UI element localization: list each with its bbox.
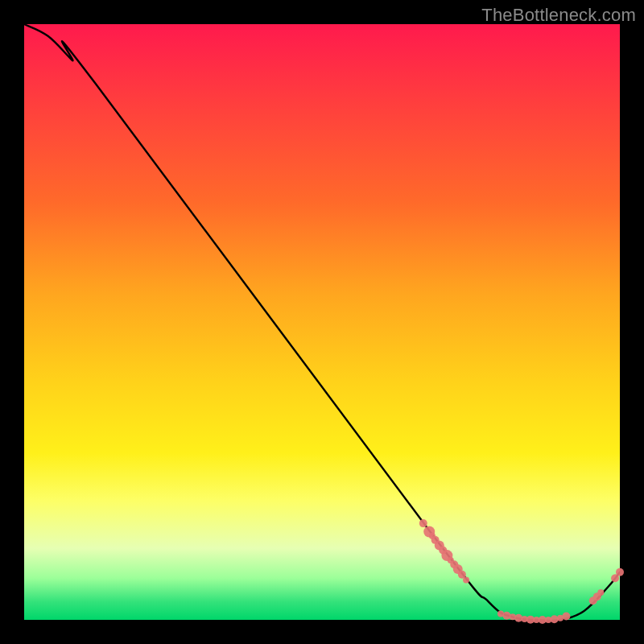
- marker-point: [419, 519, 427, 527]
- marker-point: [514, 614, 522, 622]
- marker-point: [597, 589, 604, 596]
- marker-point: [502, 612, 510, 620]
- marker-point: [551, 615, 559, 623]
- bottleneck-curve: [24, 24, 620, 621]
- curve-markers: [419, 519, 624, 624]
- marker-point: [562, 613, 570, 621]
- chart-stage: TheBottleneck.com: [0, 0, 644, 644]
- marker-point: [463, 576, 469, 583]
- marker-point: [616, 568, 624, 576]
- plot-area: [24, 24, 620, 620]
- watermark-text: TheBottleneck.com: [481, 5, 636, 26]
- curve-svg: [24, 24, 620, 620]
